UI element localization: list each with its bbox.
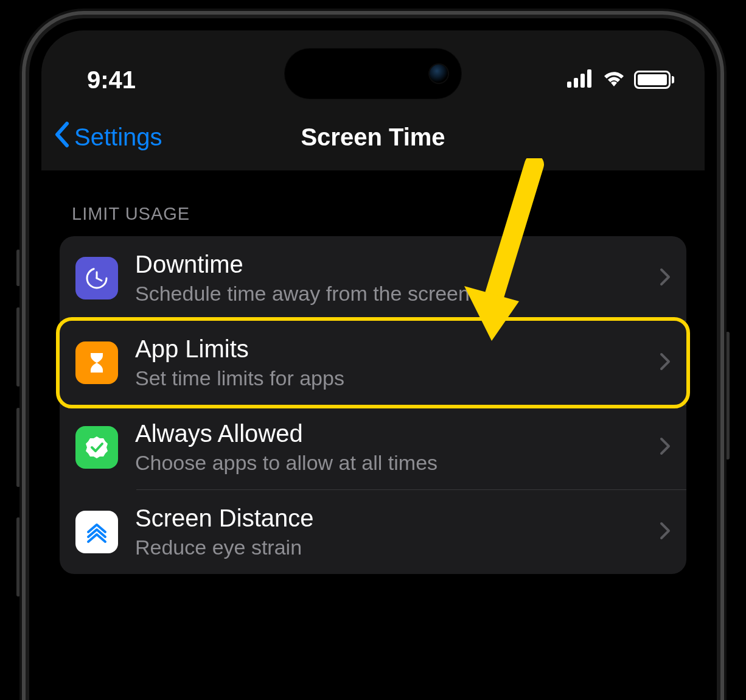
- cell-subtitle: Choose apps to allow at all times: [135, 451, 643, 475]
- cell-subtitle: Reduce eye strain: [135, 536, 643, 559]
- svg-rect-1: [574, 78, 578, 88]
- cell-downtime[interactable]: Downtime Schedule time away from the scr…: [60, 236, 686, 320]
- section-header: LIMIT USAGE: [60, 170, 686, 236]
- chevron-right-icon: [660, 352, 671, 373]
- battery-icon: [634, 71, 674, 89]
- phone-volume-up: [16, 307, 20, 387]
- screen-distance-icon: [75, 511, 118, 553]
- hourglass-icon: [75, 341, 118, 384]
- limit-usage-group: Downtime Schedule time away from the scr…: [60, 236, 686, 574]
- downtime-icon: [75, 257, 118, 299]
- front-camera-icon: [430, 65, 448, 83]
- page-title: Screen Time: [301, 124, 445, 151]
- cell-subtitle: Set time limits for apps: [135, 366, 643, 390]
- phone-frame: 9:41 Settings Screen: [29, 18, 717, 700]
- content-area: LIMIT USAGE Downtime Schedule time away …: [41, 170, 705, 574]
- phone-power-button: [726, 332, 730, 460]
- phone-volume-down: [16, 408, 20, 487]
- cell-screen-distance[interactable]: Screen Distance Reduce eye strain: [60, 490, 686, 574]
- svg-rect-0: [567, 82, 571, 88]
- back-button[interactable]: Settings: [54, 121, 162, 153]
- cell-always-allowed[interactable]: Always Allowed Choose apps to allow at a…: [60, 405, 686, 489]
- svg-line-6: [97, 278, 102, 281]
- cell-title: Screen Distance: [135, 505, 643, 532]
- screen: 9:41 Settings Screen: [41, 30, 705, 700]
- chevron-right-icon: [660, 437, 671, 458]
- chevron-left-icon: [54, 121, 71, 153]
- status-time: 9:41: [87, 66, 136, 94]
- wifi-icon: [601, 69, 627, 90]
- cellular-signal-icon: [567, 69, 594, 90]
- phone-action-button: [16, 517, 20, 597]
- navigation-bar: Settings Screen Time: [41, 103, 705, 170]
- status-indicators: [567, 69, 674, 90]
- cell-subtitle: Schedule time away from the screen: [135, 282, 643, 306]
- dynamic-island: [285, 49, 461, 99]
- back-label: Settings: [74, 124, 162, 151]
- cell-text: Always Allowed Choose apps to allow at a…: [135, 420, 643, 475]
- cell-text: App Limits Set time limits for apps: [135, 335, 643, 390]
- svg-rect-3: [587, 69, 591, 88]
- chevron-right-icon: [660, 522, 671, 542]
- cell-title: Always Allowed: [135, 420, 643, 447]
- cell-text: Screen Distance Reduce eye strain: [135, 505, 643, 559]
- chevron-right-icon: [660, 268, 671, 289]
- cell-title: Downtime: [135, 251, 643, 278]
- svg-rect-2: [580, 74, 585, 88]
- cell-app-limits[interactable]: App Limits Set time limits for apps: [60, 321, 686, 405]
- cell-text: Downtime Schedule time away from the scr…: [135, 251, 643, 306]
- checkmark-seal-icon: [75, 426, 118, 469]
- cell-title: App Limits: [135, 335, 643, 363]
- phone-mute-switch: [16, 250, 20, 286]
